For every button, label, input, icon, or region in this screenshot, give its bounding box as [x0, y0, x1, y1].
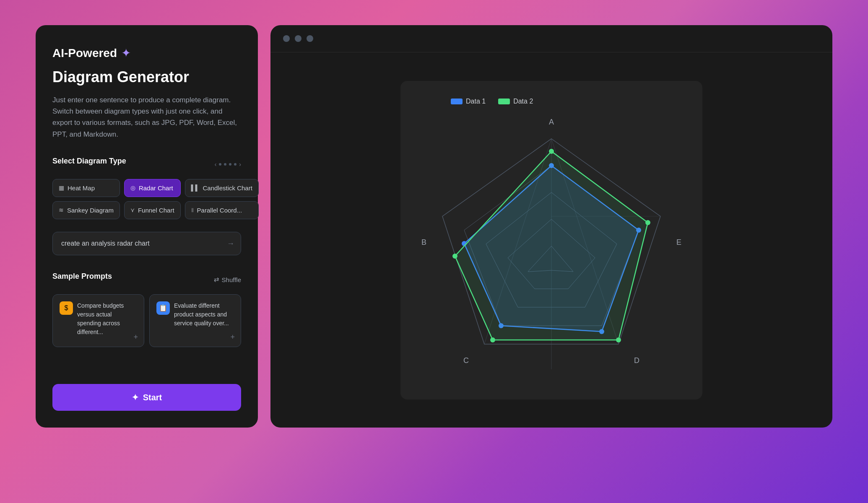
prompt-text-2: Evaluate different product aspects and s…	[174, 301, 234, 328]
diagram-type-grid: ▦ Heat Map ◎ Radar Chart ▌▌ Candlestick …	[52, 179, 241, 219]
window-controls	[270, 25, 832, 52]
prompt-card-header-2: 📋 Evaluate different product aspects and…	[156, 301, 234, 328]
prompt-plus-2: +	[230, 333, 235, 342]
axis-label-a: A	[549, 118, 554, 127]
radar-svg-wrapper: A B C D E	[426, 118, 677, 378]
candlestick-label: Candlestick Chart	[203, 184, 252, 192]
shuffle-button[interactable]: ⇄ Shuffle	[214, 276, 241, 283]
prompt-card-budget[interactable]: $ Compare budgets versus actual spending…	[52, 294, 144, 347]
dot-4	[234, 163, 236, 166]
diagram-type-header: Select Diagram Type ‹ ›	[52, 157, 241, 172]
ai-powered-label: AI-Powered	[52, 47, 117, 60]
pagination: ‹ ›	[215, 161, 241, 168]
description-text: Just enter one sentence to produce a com…	[52, 94, 241, 140]
prompt-card-header-1: $ Compare budgets versus actual spending…	[60, 301, 137, 337]
radar-icon: ◎	[130, 184, 135, 191]
sample-prompts-label: Sample Prompts	[52, 272, 112, 281]
candlestick-icon: ▌▌	[191, 184, 200, 191]
funnel-label: Funnel Chart	[138, 207, 174, 214]
prompt-card-product[interactable]: 📋 Evaluate different product aspects and…	[149, 294, 241, 347]
heat-map-icon: ▦	[59, 184, 64, 191]
svg-point-22	[645, 220, 650, 225]
ai-badge: AI-Powered ✦	[52, 46, 241, 60]
legend-data1: Data 1	[451, 98, 486, 105]
svg-point-20	[490, 337, 495, 342]
input-arrow-icon: →	[227, 239, 234, 248]
dot-2	[224, 163, 226, 166]
left-panel: AI-Powered ✦ Diagram Generator Just ente…	[36, 25, 258, 428]
product-icon: 📋	[156, 301, 170, 315]
radar-svg	[426, 126, 677, 369]
svg-marker-17	[455, 151, 648, 340]
shuffle-label: Shuffle	[222, 276, 241, 283]
svg-point-21	[616, 337, 621, 342]
legend-label-data1: Data 1	[466, 98, 486, 105]
legend-data2: Data 2	[498, 98, 533, 105]
page-title: Diagram Generator	[52, 68, 241, 86]
select-label: Select Diagram Type	[52, 157, 126, 166]
parallel-label: Parallel Coord...	[197, 207, 242, 214]
legend-label-data2: Data 2	[513, 98, 533, 105]
prompts-grid: $ Compare budgets versus actual spending…	[52, 294, 241, 347]
heat-map-label: Heat Map	[68, 184, 95, 192]
window-dot-1	[283, 35, 290, 42]
btn-sankey[interactable]: ≋ Sankey Diagram	[52, 201, 120, 219]
right-panel: Data 1 Data 2 A B C D E	[270, 25, 832, 428]
legend-color-data2	[498, 99, 510, 104]
prompt-plus-1: +	[133, 333, 138, 342]
legend-color-data1	[451, 99, 463, 104]
chart-legend: Data 1 Data 2	[451, 98, 533, 105]
window-dot-2	[295, 35, 301, 42]
sankey-label: Sankey Diagram	[67, 207, 114, 214]
funnel-icon: ⋎	[130, 207, 135, 213]
window-dot-3	[307, 35, 313, 42]
start-label: Start	[143, 393, 162, 402]
prompt-text-1: Compare budgets versus actual spending a…	[77, 301, 137, 337]
btn-parallel[interactable]: ⫴ Parallel Coord...	[185, 201, 259, 219]
start-sparkle-icon: ✦	[132, 392, 139, 402]
main-container: AI-Powered ✦ Diagram Generator Just ente…	[36, 25, 832, 478]
start-button[interactable]: ✦ Start	[52, 384, 241, 411]
sample-prompts-header: Sample Prompts ⇄ Shuffle	[52, 272, 241, 288]
svg-point-19	[452, 254, 457, 259]
chart-area: Data 1 Data 2 A B C D E	[270, 52, 832, 428]
prev-arrow[interactable]: ‹	[215, 161, 217, 168]
sankey-icon: ≋	[59, 207, 64, 213]
radar-label: Radar Chart	[139, 184, 173, 192]
dot-1	[219, 163, 221, 166]
prompt-input[interactable]	[52, 232, 241, 255]
budget-icon: $	[60, 301, 73, 315]
svg-point-18	[549, 149, 554, 154]
radar-chart-container: Data 1 Data 2 A B C D E	[400, 81, 702, 399]
dot-3	[229, 163, 231, 166]
btn-candlestick[interactable]: ▌▌ Candlestick Chart	[185, 179, 259, 197]
btn-funnel[interactable]: ⋎ Funnel Chart	[124, 201, 181, 219]
next-arrow[interactable]: ›	[239, 161, 241, 168]
sparkle-icon: ✦	[121, 46, 131, 60]
btn-radar-chart[interactable]: ◎ Radar Chart	[124, 179, 181, 197]
prompt-input-container: →	[52, 232, 241, 255]
btn-heat-map[interactable]: ▦ Heat Map	[52, 179, 120, 197]
shuffle-icon: ⇄	[214, 276, 219, 283]
parallel-icon: ⫴	[191, 207, 194, 214]
